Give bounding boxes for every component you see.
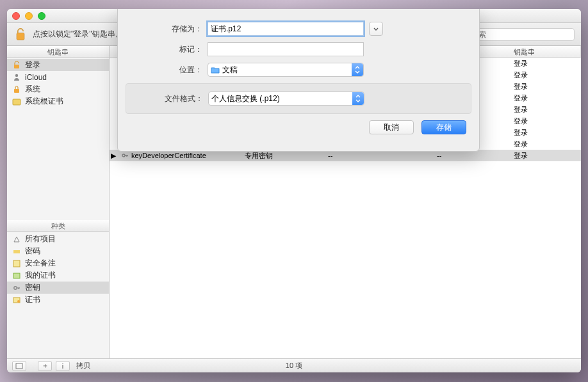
key-icon bbox=[12, 283, 21, 292]
sidebar-kinds-header: 种类 bbox=[7, 220, 109, 232]
cell-keychain: 登录 bbox=[510, 151, 581, 161]
copy-button[interactable]: 拷贝 bbox=[76, 361, 90, 370]
sidebar-item-login[interactable]: 登录 bbox=[7, 59, 109, 71]
cell-keychain: 登录 bbox=[510, 116, 581, 126]
sidebar-item-my-certs[interactable]: 我的证书 bbox=[7, 269, 109, 282]
add-button[interactable]: ＋ bbox=[38, 361, 52, 371]
password-icon bbox=[12, 247, 21, 256]
chevron-updown-icon bbox=[352, 92, 364, 105]
cell-keychain: 登录 bbox=[510, 70, 581, 80]
save-button[interactable]: 存储 bbox=[421, 120, 466, 134]
cell-keychain: 登录 bbox=[510, 128, 581, 138]
sidebar-item-all[interactable]: 所有项目 bbox=[7, 233, 109, 245]
sidebar-item-passwords[interactable]: 密码 bbox=[7, 245, 109, 257]
cell-keychain: 登录 bbox=[510, 59, 581, 68]
tags-label: 标记： bbox=[118, 44, 208, 55]
tags-input[interactable] bbox=[208, 42, 364, 56]
disclosure-triangle-icon[interactable]: ▶ bbox=[111, 152, 116, 159]
save-dialog: 存储为： 标记： 位置： 文稿 bbox=[117, 9, 480, 152]
my-cert-icon bbox=[12, 271, 21, 280]
svg-rect-8 bbox=[13, 260, 20, 267]
cert-folder-icon bbox=[12, 97, 21, 106]
svg-rect-3 bbox=[14, 65, 19, 68]
location-popup[interactable]: 文稿 bbox=[208, 63, 364, 77]
sidebar-item-label: 登录 bbox=[25, 60, 40, 70]
sidebar-item-label: 我的证书 bbox=[25, 270, 56, 281]
cell-keychain: 登录 bbox=[510, 139, 581, 149]
sidebar-item-label: 密码 bbox=[25, 246, 40, 257]
note-icon bbox=[12, 259, 21, 268]
svg-rect-9 bbox=[13, 273, 20, 278]
cell-name: keyDeveloperCertificate bbox=[131, 152, 206, 159]
cert-icon bbox=[12, 296, 21, 305]
svg-rect-6 bbox=[13, 99, 20, 105]
format-value: 个人信息交换 (.p12) bbox=[211, 93, 280, 104]
cell-keychain: 登录 bbox=[510, 82, 581, 92]
status-bar: ＋ i 拷贝 10 项 bbox=[7, 358, 581, 372]
format-label: 文件格式： bbox=[126, 93, 208, 104]
sidebar-item-keys[interactable]: 密钥 bbox=[7, 282, 109, 294]
preview-toggle-button[interactable] bbox=[12, 361, 26, 371]
sidebar-item-system-roots[interactable]: 系统根证书 bbox=[7, 95, 109, 107]
svg-rect-0 bbox=[17, 33, 24, 40]
svg-point-24 bbox=[122, 154, 125, 157]
sidebar-item-label: 系统 bbox=[25, 84, 40, 95]
sidebar-item-notes[interactable]: 安全备注 bbox=[7, 257, 109, 269]
sidebar-item-label: iCloud bbox=[25, 73, 47, 82]
sidebar-item-label: 证书 bbox=[25, 294, 40, 305]
col-keychain[interactable]: 钥匙串 bbox=[510, 46, 581, 57]
location-value: 文稿 bbox=[222, 65, 238, 76]
cell-date: -- bbox=[324, 152, 433, 159]
key-icon bbox=[121, 152, 129, 159]
save-as-input[interactable] bbox=[208, 22, 364, 36]
lock-keychain-icon[interactable] bbox=[13, 26, 28, 43]
sidebar: 钥匙串 登录 iCloud 系统 系统根证书 bbox=[7, 46, 110, 358]
svg-rect-27 bbox=[16, 363, 22, 369]
location-label: 位置： bbox=[118, 65, 208, 76]
search-input[interactable] bbox=[471, 30, 570, 39]
sidebar-item-label: 密钥 bbox=[25, 282, 40, 293]
keychain-list: 登录 iCloud 系统 系统根证书 bbox=[7, 58, 109, 109]
save-as-label: 存储为： bbox=[118, 24, 208, 35]
lock-open-icon bbox=[12, 61, 21, 70]
folder-icon bbox=[211, 66, 220, 74]
lock-icon bbox=[12, 85, 21, 94]
person-icon bbox=[12, 73, 21, 82]
sidebar-item-label: 系统根证书 bbox=[25, 96, 63, 107]
cell-keychain: 登录 bbox=[510, 105, 581, 115]
sidebar-item-label: 所有项目 bbox=[25, 234, 56, 244]
info-button[interactable]: i bbox=[56, 361, 70, 371]
chevron-updown-icon bbox=[352, 63, 363, 76]
sidebar-item-icloud[interactable]: iCloud bbox=[7, 71, 109, 83]
sidebar-item-label: 安全备注 bbox=[25, 258, 56, 269]
svg-point-14 bbox=[17, 300, 20, 303]
cell-expires: -- bbox=[433, 152, 510, 159]
lock-hint-text: 点按以锁定"登录"钥匙串。 bbox=[33, 29, 123, 40]
item-count: 10 项 bbox=[7, 361, 581, 370]
file-format-popup[interactable]: 个人信息交换 (.p12) bbox=[208, 92, 364, 106]
cancel-button[interactable]: 取消 bbox=[369, 120, 414, 134]
sidebar-item-certs[interactable]: 证书 bbox=[7, 294, 109, 306]
svg-point-10 bbox=[14, 286, 17, 289]
cell-kind: 专用密钥 bbox=[241, 151, 324, 161]
expand-dialog-button[interactable] bbox=[369, 22, 383, 36]
svg-rect-7 bbox=[13, 250, 20, 253]
sidebar-item-system[interactable]: 系统 bbox=[7, 83, 109, 95]
sidebar-keychains-header: 钥匙串 bbox=[7, 46, 109, 58]
all-items-icon bbox=[12, 235, 21, 244]
svg-point-4 bbox=[15, 74, 18, 76]
kinds-list: 所有项目 密码 安全备注 我的证书 密钥 bbox=[7, 232, 109, 307]
svg-rect-5 bbox=[14, 89, 19, 93]
keychain-access-window: 钥匙串访问 点按以锁定"登录"钥匙串。 钥匙串 登录 iCloud bbox=[7, 9, 581, 372]
cell-keychain: 登录 bbox=[510, 93, 581, 103]
